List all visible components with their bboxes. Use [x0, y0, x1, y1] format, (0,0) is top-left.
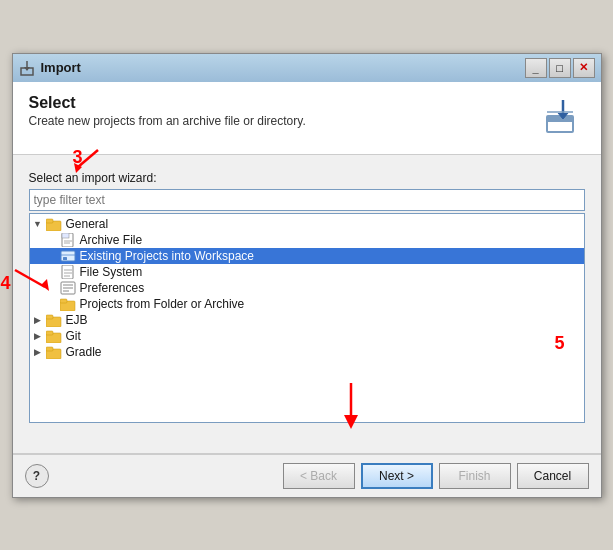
next-button[interactable]: Next >: [361, 463, 433, 489]
section-title: Select: [29, 94, 306, 112]
section-subtitle: Create new projects from an archive file…: [29, 114, 306, 128]
archive-file-label: Archive File: [80, 233, 143, 247]
svg-rect-30: [46, 331, 53, 335]
tree-item-preferences[interactable]: ▶ Preferences: [30, 280, 584, 296]
tree-item-file-system[interactable]: ▶ File System: [30, 264, 584, 280]
project-icon-existing: [60, 249, 76, 263]
folder-icon-git: [46, 329, 62, 343]
expand-arrow-ejb: ▶: [32, 314, 44, 326]
header-section: Select Create new projects from an archi…: [13, 82, 601, 155]
maximize-button[interactable]: □: [549, 58, 571, 78]
finish-button[interactable]: Finish: [439, 463, 511, 489]
window-title: Import: [41, 60, 81, 75]
folder-icon-projects: [60, 297, 76, 311]
svg-rect-28: [46, 315, 53, 319]
git-label: Git: [66, 329, 81, 343]
expand-arrow-gradle: ▶: [32, 346, 44, 358]
import-dialog: Import _ □ ✕ Select Create new projects …: [12, 53, 602, 498]
wizard-label: Select an import wizard:: [29, 171, 585, 185]
folder-icon-general: [46, 217, 62, 231]
expand-arrow-git: ▶: [32, 330, 44, 342]
folder-icon-gradle: [46, 345, 62, 359]
svg-rect-11: [62, 233, 69, 238]
preferences-label: Preferences: [80, 281, 145, 295]
svg-rect-9: [46, 219, 53, 223]
projects-folder-label: Projects from Folder or Archive: [80, 297, 245, 311]
svg-rect-2: [547, 116, 573, 122]
existing-projects-label: Existing Projects into Workspace: [80, 249, 255, 263]
minimize-button[interactable]: _: [525, 58, 547, 78]
tree-item-projects-folder[interactable]: ▶ Projects from Folder or Archive: [30, 296, 584, 312]
help-button[interactable]: ?: [25, 464, 49, 488]
main-section: 3 Select an import wizard: 4 5 ▼: [13, 155, 601, 423]
tree-item-general[interactable]: ▼ General: [30, 216, 584, 232]
tree-item-ejb[interactable]: ▶ EJB: [30, 312, 584, 328]
pref-icon: [60, 281, 76, 295]
tree-item-git[interactable]: ▶ Git: [30, 328, 584, 344]
svg-rect-16: [63, 257, 67, 260]
ejb-label: EJB: [66, 313, 88, 327]
folder-icon-ejb: [46, 313, 62, 327]
button-bar: ? < Back Next > Finish Cancel: [13, 454, 601, 497]
filter-input[interactable]: [29, 189, 585, 211]
cancel-button[interactable]: Cancel: [517, 463, 589, 489]
file-icon-system: [60, 265, 76, 279]
title-icon: [19, 60, 35, 76]
tree-item-gradle[interactable]: ▶ Gradle: [30, 344, 584, 360]
general-label: General: [66, 217, 109, 231]
tree-container: ▼ General ▶: [29, 213, 585, 423]
tree-scroll[interactable]: ▼ General ▶: [30, 214, 584, 422]
svg-rect-26: [60, 299, 67, 303]
close-button[interactable]: ✕: [573, 58, 595, 78]
tree-item-archive-file[interactable]: ▶ Archive File: [30, 232, 584, 248]
title-bar: Import _ □ ✕: [13, 54, 601, 82]
header-icon: [541, 94, 585, 138]
svg-rect-17: [62, 265, 73, 279]
file-icon-archive: [60, 233, 76, 247]
svg-rect-32: [46, 347, 53, 351]
gradle-label: Gradle: [66, 345, 102, 359]
back-button[interactable]: < Back: [283, 463, 355, 489]
window-controls: _ □ ✕: [525, 58, 595, 78]
annotation-4: 4: [1, 273, 11, 294]
expand-arrow-general: ▼: [32, 218, 44, 230]
tree-item-existing-projects[interactable]: ▶ Existing Projects into Workspace: [30, 248, 584, 264]
file-system-label: File System: [80, 265, 143, 279]
